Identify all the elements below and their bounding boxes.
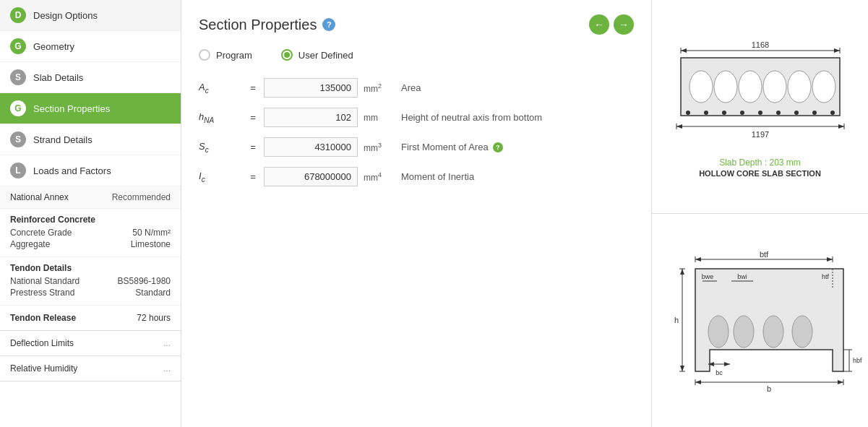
- sidebar-letter-d: D: [10, 7, 26, 23]
- hollow-core-diagram: 1168: [666, 36, 854, 152]
- property-row-ic: Ic = 678000000 mm4 Moment of Inertia: [199, 167, 634, 186]
- sidebar-item-strand-details[interactable]: S Strand Details: [0, 124, 181, 155]
- property-row-sc: Sc = 4310000 mm3 First Moment of Area ?: [199, 137, 634, 157]
- national-standard-row: National Standard BS5896-1980: [10, 276, 171, 286]
- svg-point-15: [722, 111, 726, 115]
- deflection-limits-value: ...: [163, 338, 171, 348]
- help-icon[interactable]: ?: [322, 18, 335, 31]
- prop-desc-ic: Moment of Inertia: [401, 171, 634, 182]
- right-panel: 1168: [651, 0, 868, 427]
- info-icon-sc[interactable]: ?: [493, 142, 503, 152]
- radio-user-defined[interactable]: User Defined: [281, 49, 353, 61]
- svg-point-19: [794, 111, 799, 115]
- tendon-details-block: Tendon Details National Standard BS5896-…: [0, 257, 181, 306]
- prestress-strand-value: Standard: [135, 288, 171, 298]
- svg-text:h: h: [674, 316, 678, 324]
- svg-point-47: [734, 316, 754, 348]
- diagram-bottom: btf h bwe bwi: [652, 214, 868, 427]
- sidebar-label-slab-details: Slab Details: [33, 72, 83, 83]
- prop-input-ic[interactable]: 678000000: [264, 167, 358, 186]
- deflection-limits-row[interactable]: Deflection Limits ...: [0, 331, 181, 356]
- national-annex-section: National Annex Recommended: [0, 186, 181, 209]
- sidebar-letter-g2: G: [10, 100, 26, 116]
- sidebar-item-loads-factors[interactable]: L Loads and Factors: [0, 155, 181, 186]
- svg-marker-61: [695, 380, 701, 384]
- svg-point-20: [812, 111, 817, 115]
- svg-marker-52: [724, 362, 730, 366]
- relative-humidity-label: Relative Humidity: [10, 363, 77, 374]
- page-header: Section Properties ? ← →: [199, 14, 634, 35]
- prop-symbol-sc: Sc: [199, 141, 242, 154]
- svg-point-12: [812, 71, 835, 103]
- prop-desc-ac: Area: [401, 82, 634, 93]
- svg-marker-26: [838, 124, 844, 129]
- sidebar-item-section-properties[interactable]: G Section Properties: [0, 93, 181, 124]
- svg-text:bwi: bwi: [737, 273, 747, 280]
- tendon-release-value: 72 hours: [137, 313, 171, 323]
- sidebar-item-design-options[interactable]: D Design Options: [0, 0, 181, 31]
- reinforced-concrete-title: Reinforced Concrete: [10, 215, 171, 225]
- sidebar-item-geometry[interactable]: G Geometry: [0, 31, 181, 62]
- prop-input-hna[interactable]: 102: [264, 108, 358, 127]
- svg-point-46: [708, 316, 729, 348]
- svg-point-7: [689, 71, 713, 103]
- national-standard-value: BS5896-1980: [118, 276, 171, 286]
- radio-program-circle: [199, 49, 210, 61]
- sidebar-letter-g1: G: [10, 38, 26, 54]
- sidebar-letter-s1: S: [10, 69, 26, 85]
- prop-unit-ic: mm4: [358, 171, 401, 183]
- radio-program[interactable]: Program: [199, 49, 252, 61]
- svg-marker-31: [695, 257, 701, 262]
- svg-text:b: b: [766, 384, 770, 393]
- svg-text:bwe: bwe: [701, 273, 713, 280]
- svg-marker-38: [680, 366, 684, 371]
- prop-field-ac[interactable]: 135000: [264, 78, 358, 98]
- property-row-ac: Ac = 135000 mm2 Area: [199, 78, 634, 98]
- schematic-diagram: btf h bwe bwi: [666, 249, 854, 393]
- concrete-grade-row: Concrete Grade 50 N/mm²: [10, 228, 171, 238]
- page-title-row: Section Properties ?: [199, 17, 335, 33]
- svg-point-8: [714, 71, 737, 103]
- svg-marker-37: [680, 269, 684, 275]
- prop-desc-sc: First Moment of Area ?: [401, 142, 634, 152]
- sidebar-label-strand-details: Strand Details: [33, 134, 93, 145]
- svg-marker-62: [838, 380, 843, 384]
- prop-unit-sc: mm3: [358, 142, 401, 153]
- svg-marker-3: [681, 48, 687, 53]
- national-annex-label: National Annex: [10, 192, 69, 202]
- prop-unit-hna: mm: [358, 113, 401, 123]
- prop-field-hna[interactable]: 102: [264, 108, 358, 127]
- radio-program-label: Program: [216, 50, 252, 61]
- sidebar-item-slab-details[interactable]: S Slab Details: [0, 62, 181, 93]
- svg-marker-32: [827, 257, 833, 262]
- prop-input-ac[interactable]: 135000: [264, 78, 358, 98]
- national-annex-value: Recommended: [112, 192, 171, 202]
- svg-text:bc: bc: [716, 369, 723, 376]
- svg-point-18: [776, 111, 781, 115]
- svg-text:1168: 1168: [751, 40, 768, 49]
- main-content: Section Properties ? ← → Program User De…: [181, 0, 651, 427]
- prop-field-sc[interactable]: 4310000: [264, 137, 358, 157]
- nav-prev-button[interactable]: ←: [589, 14, 609, 35]
- slab-name: HOLLOW CORE SLAB SECTION: [699, 169, 821, 178]
- svg-point-49: [792, 316, 812, 348]
- national-standard-label: National Standard: [10, 276, 80, 286]
- prop-field-ic[interactable]: 678000000: [264, 167, 358, 186]
- prop-desc-hna: Height of neutral axis from bottom: [401, 112, 634, 123]
- prop-symbol-hna: hNA: [199, 111, 242, 124]
- svg-point-48: [763, 316, 783, 348]
- properties-table: Ac = 135000 mm2 Area hNA = 102 mm He: [199, 78, 634, 186]
- nav-next-button[interactable]: →: [614, 14, 634, 35]
- prop-input-sc[interactable]: 4310000: [264, 137, 358, 157]
- sidebar-label-loads-factors: Loads and Factors: [33, 165, 111, 176]
- tendon-release-row[interactable]: Tendon Release 72 hours: [0, 306, 181, 331]
- svg-point-17: [758, 111, 762, 115]
- relative-humidity-row[interactable]: Relative Humidity ...: [0, 356, 181, 381]
- tendon-release-label: Tendon Release: [10, 313, 76, 323]
- svg-text:htf: htf: [821, 273, 829, 280]
- reinforced-concrete-block: Reinforced Concrete Concrete Grade 50 N/…: [0, 209, 181, 257]
- svg-point-10: [763, 71, 786, 103]
- svg-text:hbf: hbf: [853, 357, 862, 364]
- aggregate-row: Aggregate Limestone: [10, 239, 171, 249]
- relative-humidity-value: ...: [163, 363, 171, 374]
